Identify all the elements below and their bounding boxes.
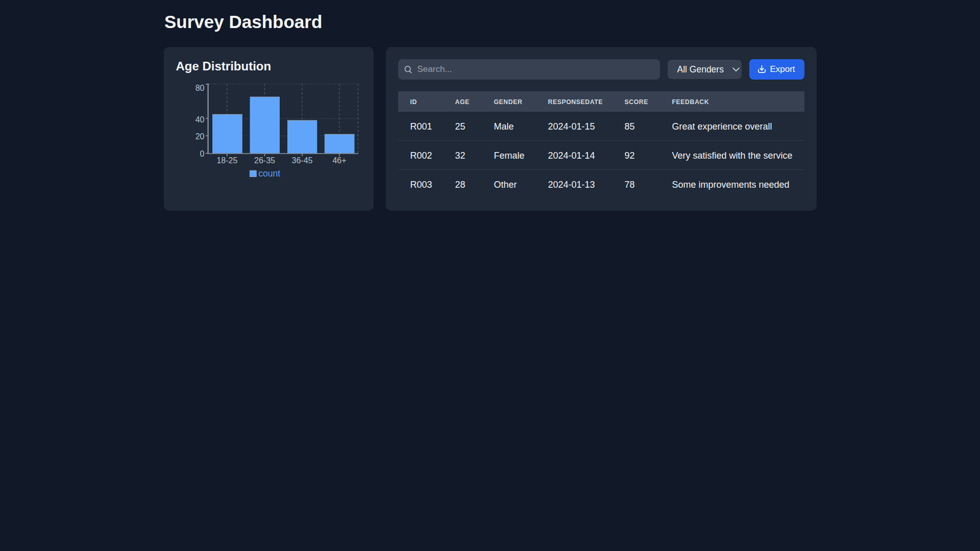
svg-text:26-35: 26-35 <box>254 156 275 165</box>
svg-text:18-25: 18-25 <box>216 156 237 165</box>
svg-text:36-45: 36-45 <box>291 156 312 165</box>
svg-text:0: 0 <box>200 149 204 158</box>
svg-text:40: 40 <box>195 115 204 124</box>
svg-text:46+: 46+ <box>332 156 346 165</box>
svg-text:80: 80 <box>195 84 204 92</box>
svg-text:count: count <box>258 168 280 179</box>
svg-text:20: 20 <box>195 132 204 141</box>
